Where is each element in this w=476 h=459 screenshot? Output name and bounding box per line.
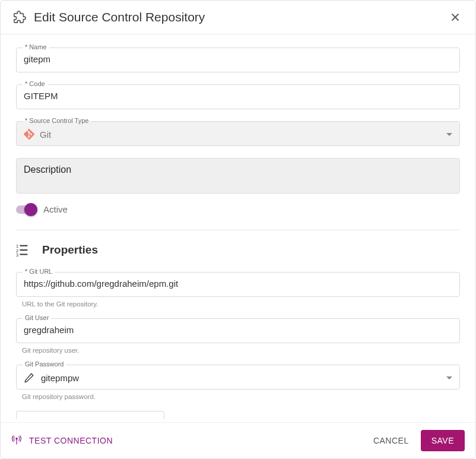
properties-title: Properties <box>42 243 98 257</box>
name-field[interactable]: * Name <box>16 48 460 72</box>
git-url-input[interactable] <box>24 278 452 289</box>
modal-title: Edit Source Control Repository <box>34 10 447 24</box>
edit-repository-modal: Edit Source Control Repository * Name * … <box>0 0 476 459</box>
svg-rect-3 <box>20 245 27 246</box>
extension-icon <box>12 10 27 24</box>
chevron-down-icon <box>446 376 452 379</box>
git-user-input[interactable] <box>24 325 452 335</box>
source-control-type-select[interactable]: * Source Control Type Git <box>16 121 460 146</box>
active-row: Active <box>16 204 460 214</box>
git-url-helper: URL to the Git repository. <box>22 300 460 308</box>
git-password-value: gitepmpw <box>41 373 446 383</box>
active-label: Active <box>43 204 68 214</box>
properties-section-header: 1 2 3 Properties <box>16 243 460 257</box>
properties-icon: 1 2 3 <box>16 243 29 257</box>
git-user-field[interactable]: Git User <box>16 318 460 343</box>
modal-header: Edit Source Control Repository <box>1 1 475 34</box>
type-value: Git <box>40 129 446 140</box>
code-label: * Code <box>23 80 47 87</box>
section-divider <box>16 230 460 230</box>
git-url-field[interactable]: * Git URL <box>16 272 460 297</box>
description-placeholder: Description <box>24 164 71 175</box>
git-password-helper: Git repository password. <box>22 393 460 400</box>
svg-rect-5 <box>20 249 27 251</box>
git-password-label: Git Password <box>23 360 66 368</box>
toggle-thumb <box>24 203 37 216</box>
git-user-helper: Git repository user. <box>22 347 460 354</box>
svg-text:3: 3 <box>16 252 18 257</box>
git-password-field[interactable]: Git Password gitepmpw <box>16 365 460 390</box>
test-connection-label: TEST CONNECTION <box>29 436 113 445</box>
broadcast-icon <box>11 435 23 447</box>
name-label: * Name <box>23 43 49 50</box>
svg-rect-7 <box>20 254 27 255</box>
git-icon <box>24 128 35 140</box>
save-button[interactable]: SAVE <box>421 430 465 451</box>
type-label: * Source Control Type <box>23 117 91 124</box>
code-field[interactable]: * Code <box>16 84 460 109</box>
git-user-label: Git User <box>23 314 51 321</box>
close-button[interactable] <box>447 9 464 26</box>
modal-body[interactable]: * Name * Code * Source Control Type Git … <box>1 34 475 422</box>
code-input[interactable] <box>24 91 452 101</box>
cancel-button[interactable]: CANCEL <box>373 436 409 445</box>
chevron-down-icon <box>446 133 452 136</box>
modal-footer: TEST CONNECTION CANCEL SAVE <box>1 422 475 458</box>
partial-next-field <box>16 411 164 419</box>
active-toggle[interactable] <box>16 205 36 214</box>
git-url-label: * Git URL <box>23 268 55 275</box>
description-field[interactable]: Description <box>16 158 460 194</box>
name-input[interactable] <box>24 54 452 64</box>
edit-icon <box>24 372 35 384</box>
test-connection-button[interactable]: TEST CONNECTION <box>11 435 113 447</box>
